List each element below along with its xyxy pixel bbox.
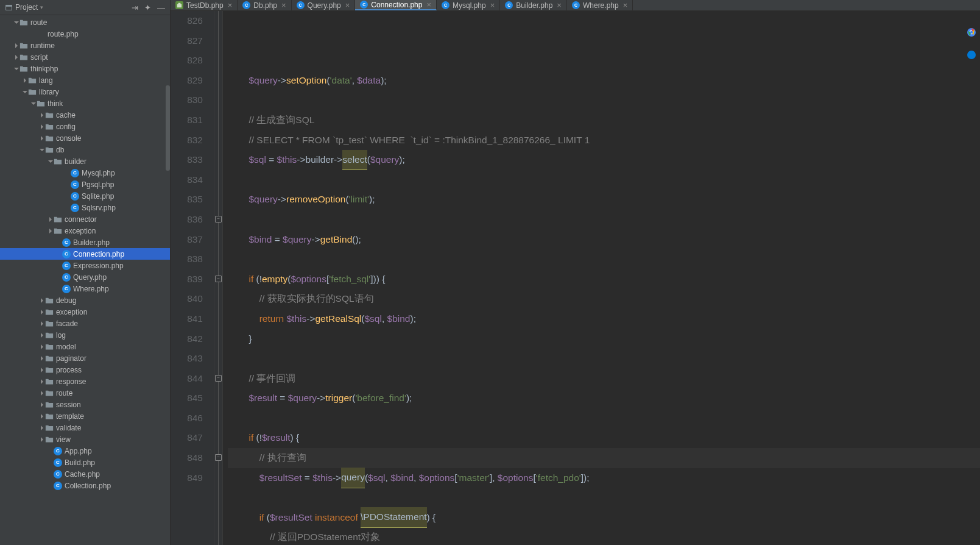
- close-icon[interactable]: ×: [623, 1, 628, 10]
- tree-item-script[interactable]: script: [0, 51, 170, 63]
- tree-arrow[interactable]: [13, 20, 19, 25]
- tree-item-route-php[interactable]: route.php: [0, 28, 170, 40]
- tree-item-runtime[interactable]: runtime: [0, 40, 170, 51]
- tree-arrow[interactable]: [48, 217, 54, 222]
- tree-arrow[interactable]: [39, 368, 45, 372]
- code-line-832[interactable]: $query->removeOption('limit');: [228, 190, 980, 210]
- code-line-835[interactable]: [228, 249, 980, 269]
- tree-arrow[interactable]: [39, 148, 45, 152]
- tree-item-think[interactable]: think: [0, 98, 170, 109]
- fold-marker[interactable]: −: [215, 216, 222, 223]
- close-icon[interactable]: ×: [426, 0, 431, 9]
- code-line-829[interactable]: // SELECT * FROM `tp_test` WHERE `t_id` …: [228, 130, 980, 151]
- tree-item-exception[interactable]: exception: [0, 225, 170, 237]
- tree-item-response[interactable]: response: [0, 376, 170, 387]
- code-line-828[interactable]: // 生成查询SQL: [228, 110, 980, 130]
- tree-item-debug[interactable]: debug: [0, 294, 170, 306]
- close-icon[interactable]: ×: [557, 1, 562, 10]
- tree-arrow[interactable]: [39, 379, 45, 384]
- code-line-838[interactable]: return $this->getRealSql($sql, $bind);: [228, 309, 980, 329]
- fold-marker[interactable]: −: [215, 454, 222, 461]
- close-icon[interactable]: ×: [490, 1, 495, 10]
- project-tree[interactable]: routeroute.phpruntimescriptthinkphplangl…: [0, 15, 170, 545]
- tree-arrow[interactable]: [13, 66, 19, 71]
- tree-item-process[interactable]: process: [0, 364, 170, 376]
- tree-item-config[interactable]: config: [0, 121, 170, 132]
- tree-arrow[interactable]: [22, 90, 28, 94]
- tree-item-route[interactable]: route: [0, 16, 170, 28]
- tree-arrow[interactable]: [39, 391, 45, 396]
- tree-arrow[interactable]: [39, 414, 45, 419]
- tree-item-model[interactable]: model: [0, 341, 170, 352]
- tree-arrow[interactable]: [39, 426, 45, 430]
- tab-builder-php[interactable]: Builder.php×: [500, 0, 567, 10]
- tree-arrow[interactable]: [39, 402, 45, 407]
- tree-arrow[interactable]: [48, 229, 54, 233]
- tree-item-library[interactable]: library: [0, 86, 170, 98]
- tree-item-cache-php[interactable]: Cache.php: [0, 468, 170, 480]
- tree-item-log[interactable]: log: [0, 329, 170, 341]
- code-editor[interactable]: 8268278288298308318328338348358368378388…: [171, 11, 980, 545]
- tree-item-builder[interactable]: builder: [0, 155, 170, 167]
- code-line-840[interactable]: [228, 349, 980, 369]
- tree-item-cache[interactable]: cache: [0, 109, 170, 121]
- tab-mysql-php[interactable]: Mysql.php×: [437, 0, 500, 10]
- tree-item-sqlite-php[interactable]: Sqlite.php: [0, 190, 170, 202]
- tree-item-exception[interactable]: exception: [0, 306, 170, 318]
- tree-arrow[interactable]: [39, 113, 45, 118]
- tree-item-facade[interactable]: facade: [0, 318, 170, 329]
- code-line-833[interactable]: [228, 210, 980, 230]
- code-content[interactable]: $query->setOption('data', $data); // 生成查…: [223, 11, 980, 545]
- tree-arrow[interactable]: [39, 356, 45, 361]
- tree-item-collection-php[interactable]: Collection.php: [0, 480, 170, 491]
- tree-arrow[interactable]: [39, 298, 45, 303]
- hide-icon[interactable]: —: [157, 3, 165, 12]
- code-line-841[interactable]: // 事件回调: [228, 369, 980, 389]
- tree-item-connector[interactable]: connector: [0, 213, 170, 225]
- close-icon[interactable]: ×: [228, 1, 233, 10]
- tree-arrow[interactable]: [48, 159, 54, 164]
- tree-item-expression-php[interactable]: Expression.php: [0, 260, 170, 271]
- settings-icon[interactable]: ✦: [144, 3, 151, 12]
- tree-item-where-php[interactable]: Where.php: [0, 283, 170, 294]
- tree-item-console[interactable]: console: [0, 132, 170, 144]
- tree-item-builder-php[interactable]: Builder.php: [0, 237, 170, 248]
- close-icon[interactable]: ×: [281, 1, 286, 10]
- tree-item-thinkphp[interactable]: thinkphp: [0, 63, 170, 74]
- tree-item-query-php[interactable]: Query.php: [0, 271, 170, 283]
- tree-arrow[interactable]: [39, 124, 45, 129]
- tree-arrow[interactable]: [39, 321, 45, 326]
- tree-item-session[interactable]: session: [0, 399, 170, 410]
- collapse-icon[interactable]: ⇥: [132, 3, 138, 12]
- tree-arrow[interactable]: [22, 78, 28, 83]
- tree-item-sqlsrv-php[interactable]: Sqlsrv.php: [0, 202, 170, 213]
- code-line-846[interactable]: $resultSet = $this->query($sql, $bind, $…: [228, 468, 980, 488]
- tab-testdb-php[interactable]: TestDb.php×: [171, 0, 238, 10]
- tree-item-build-php[interactable]: Build.php: [0, 457, 170, 468]
- tree-arrow[interactable]: [13, 43, 19, 48]
- fold-marker[interactable]: −: [215, 276, 222, 282]
- fold-marker[interactable]: −: [215, 375, 222, 382]
- code-line-836[interactable]: if (!empty($options['fetch_sql'])) {: [228, 269, 980, 290]
- code-line-848[interactable]: if ($resultSet instanceof \PDOStatement)…: [228, 508, 980, 528]
- tree-item-validate[interactable]: validate: [0, 422, 170, 433]
- code-line-845[interactable]: // 执行查询: [228, 448, 980, 468]
- tree-item-route[interactable]: route: [0, 387, 170, 399]
- code-line-844[interactable]: if (!$result) {: [228, 428, 980, 448]
- code-line-831[interactable]: [228, 170, 980, 190]
- tree-scrollbar[interactable]: [166, 85, 170, 171]
- tree-item-app-php[interactable]: App.php: [0, 445, 170, 457]
- tab-query-php[interactable]: Query.php×: [292, 0, 356, 10]
- code-line-830[interactable]: $sql = $this->builder->select($query);: [228, 150, 980, 170]
- code-line-837[interactable]: // 获取实际执行的SQL语句: [228, 289, 980, 309]
- code-line-839[interactable]: }: [228, 329, 980, 349]
- code-line-834[interactable]: $bind = $query->getBind();: [228, 230, 980, 250]
- tree-arrow[interactable]: [39, 333, 45, 338]
- tree-item-template[interactable]: template: [0, 410, 170, 422]
- tab-connection-php[interactable]: Connection.php×: [355, 0, 437, 10]
- tree-arrow[interactable]: [39, 344, 45, 349]
- tree-arrow[interactable]: [30, 101, 37, 106]
- tree-item-paginator[interactable]: paginator: [0, 352, 170, 364]
- tree-arrow[interactable]: [39, 437, 45, 442]
- tree-arrow[interactable]: [39, 136, 45, 141]
